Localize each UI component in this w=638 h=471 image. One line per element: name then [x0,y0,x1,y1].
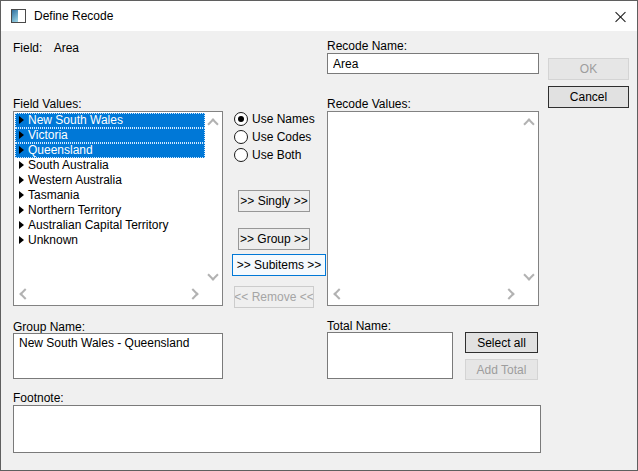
window-title: Define Recode [34,1,113,31]
field-value-text: Northern Territory [28,203,121,217]
subitems-button[interactable]: >> Subitems >> [232,254,326,276]
radio-icon [234,112,248,126]
triangle-marker-icon [19,161,24,169]
field-value-item[interactable]: Northern Territory [15,203,205,218]
recode-values-label: Recode Values: [327,97,411,111]
field-values-list: New South WalesVictoriaQueenslandSouth A… [13,111,223,306]
scroll-up-icon[interactable] [523,118,534,129]
field-value: Area [54,41,79,55]
radio-label: Use Names [252,112,315,126]
triangle-marker-icon [19,221,24,229]
scroll-left-icon[interactable] [19,288,30,299]
triangle-marker-icon [19,236,24,244]
group-name-input[interactable]: New South Wales - Queensland [13,333,223,379]
field-value-item[interactable]: New South Wales [15,113,205,128]
define-recode-dialog: Define Recode Field: Area Recode Name: O… [0,0,638,471]
scroll-down-icon[interactable] [523,269,534,280]
field-label: Field: [13,41,42,55]
radio-label: Use Codes [252,130,311,144]
field-value-item[interactable]: South Australia [15,158,205,173]
recode-name-label: Recode Name: [327,39,407,53]
radio-use-names[interactable]: Use Names [234,110,315,128]
field-row: Field: Area [13,41,79,55]
field-value-item[interactable]: Queensland [15,143,205,158]
field-value-text: New South Wales [28,113,123,127]
radio-icon [234,130,248,144]
group-name-label: Group Name: [13,320,85,334]
radio-use-both[interactable]: Use Both [234,146,315,164]
footnote-input[interactable] [13,405,541,453]
triangle-marker-icon [19,116,24,124]
recode-name-input[interactable] [327,53,539,74]
field-values-label: Field Values: [13,97,81,111]
radio-use-codes[interactable]: Use Codes [234,128,315,146]
total-name-label: Total Name: [327,319,391,333]
field-value-item[interactable]: Western Australia [15,173,205,188]
scroll-right-icon[interactable] [503,288,514,299]
recode-values-list [327,111,539,306]
scroll-down-icon[interactable] [207,269,218,280]
field-value-text: South Australia [28,158,109,172]
group-button[interactable]: >> Group >> [238,228,310,250]
cancel-button[interactable]: Cancel [548,86,629,108]
field-value-item[interactable]: Victoria [15,128,205,143]
select-all-button[interactable]: Select all [465,332,538,353]
field-values-items: New South WalesVictoriaQueenslandSouth A… [15,113,205,248]
add-total-button[interactable]: Add Total [465,359,538,380]
close-icon [615,11,626,22]
triangle-marker-icon [19,131,24,139]
triangle-marker-icon [19,146,24,154]
field-value-text: Victoria [28,128,68,142]
display-mode-radios: Use NamesUse CodesUse Both [234,110,315,164]
scroll-left-icon[interactable] [333,288,344,299]
total-name-input[interactable] [327,332,453,379]
triangle-marker-icon [19,206,24,214]
radio-icon [234,148,248,162]
scroll-up-icon[interactable] [207,118,218,129]
field-value-item[interactable]: Unknown [15,233,205,248]
field-value-item[interactable]: Tasmania [15,188,205,203]
triangle-marker-icon [19,176,24,184]
triangle-marker-icon [19,191,24,199]
scroll-right-icon[interactable] [187,288,198,299]
singly-button[interactable]: >> Singly >> [238,190,310,212]
close-button[interactable] [603,1,637,31]
remove-button[interactable]: << Remove << [234,286,314,308]
field-value-text: Australian Capital Territory [28,218,169,232]
field-value-text: Unknown [28,233,78,247]
ok-button[interactable]: OK [548,58,629,80]
window-icon [11,9,26,23]
field-value-text: Western Australia [28,173,122,187]
title-bar[interactable]: Define Recode [1,1,637,31]
field-value-text: Tasmania [28,188,79,202]
field-value-text: Queensland [28,143,93,157]
radio-label: Use Both [252,148,301,162]
field-value-item[interactable]: Australian Capital Territory [15,218,205,233]
footnote-label: Footnote: [13,391,64,405]
